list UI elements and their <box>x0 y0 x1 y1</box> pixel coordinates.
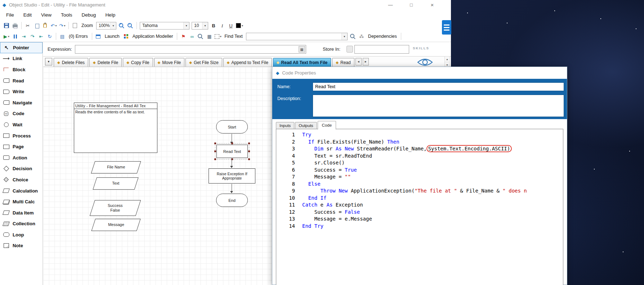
reset-button[interactable]: ↻ <box>46 32 54 40</box>
copy-button[interactable] <box>32 22 40 30</box>
page-tab-move-file[interactable]: ◆Move File <box>154 58 185 67</box>
errors-page-icon[interactable]: ▤ <box>58 32 66 40</box>
properties-tab-outputs[interactable]: Outputs <box>295 122 317 129</box>
expression-input[interactable]: ▦ <box>75 45 306 54</box>
tool-choice[interactable]: Choice <box>0 174 43 185</box>
selection-handle[interactable] <box>214 158 216 160</box>
tab-scroll-left-button[interactable]: ◄ <box>355 58 362 65</box>
chevron-down-icon[interactable]: ▾ <box>341 33 347 40</box>
selection-handle[interactable] <box>214 142 216 144</box>
cut-button[interactable]: ✂ <box>24 22 32 30</box>
find-next-icon[interactable] <box>349 32 357 40</box>
font-select[interactable]: Tahoma▾ <box>140 22 189 30</box>
data-item-text[interactable]: Text <box>93 177 138 190</box>
page-tab-append-to-text-file[interactable]: ◆Append to Text File <box>223 58 272 67</box>
properties-tab-code[interactable]: Code <box>318 121 336 130</box>
chevron-down-icon[interactable]: ▾ <box>64 24 65 27</box>
properties-tab-inputs[interactable]: Inputs <box>276 122 294 129</box>
play-button[interactable]: ▶▾ <box>3 32 10 40</box>
tool-link[interactable]: Link <box>0 53 43 64</box>
expression-editor-button[interactable]: ▦ <box>299 46 305 53</box>
chevron-down-icon[interactable]: ▾ <box>220 35 222 38</box>
paste-button[interactable] <box>41 22 49 30</box>
undo-button[interactable]: ↶▾ <box>50 22 58 30</box>
store-in-input[interactable] <box>354 45 409 54</box>
page-tab-copy-file[interactable]: ◆Copy File <box>123 58 153 67</box>
menu-help[interactable]: Help <box>100 9 120 20</box>
tool-code[interactable]: Code <box>0 108 43 119</box>
scroll-up-icon[interactable]: ▲ <box>445 56 450 62</box>
data-item-message[interactable]: Message <box>91 219 140 231</box>
description-input[interactable] <box>313 95 564 117</box>
watch-icon[interactable]: ∞ <box>188 32 196 40</box>
selection-handle[interactable] <box>248 150 250 152</box>
start-stage[interactable]: Start <box>216 120 248 134</box>
tab-list-dropdown-button[interactable]: ▾ <box>45 58 52 65</box>
tool-pointer[interactable]: Pointer <box>0 42 43 53</box>
menu-file[interactable]: File <box>1 9 19 20</box>
tool-page[interactable]: Page <box>0 141 43 152</box>
search-icon[interactable] <box>197 32 205 40</box>
chevron-down-icon[interactable]: ▾ <box>183 22 189 29</box>
name-input[interactable] <box>313 82 564 91</box>
end-stage[interactable]: End <box>216 194 248 207</box>
tool-collection[interactable]: Collection <box>0 218 43 230</box>
page-setup-button[interactable] <box>71 22 79 30</box>
italic-button[interactable]: I <box>218 22 226 30</box>
page-tab-delete-files[interactable]: ◆Delete Files <box>54 58 88 67</box>
selection-handle[interactable] <box>231 142 233 144</box>
chevron-down-icon[interactable]: ▾ <box>242 24 243 27</box>
data-item-success[interactable]: Success False <box>90 200 141 216</box>
code-editor[interactable]: 1Try2 If File.Exists(File_Name) Then3 Di… <box>276 129 563 285</box>
tool-block[interactable]: Block <box>0 64 43 75</box>
page-tab-get-file-size[interactable]: ◆Get File Size <box>185 58 222 67</box>
pause-button[interactable] <box>11 32 19 40</box>
font-size-select[interactable]: 10▾ <box>192 22 208 30</box>
breakpoint-flag-icon[interactable]: ⚑ <box>179 32 187 40</box>
chevron-down-icon[interactable]: ▾ <box>202 22 208 29</box>
tool-process[interactable]: Process <box>0 130 43 141</box>
step-over-button[interactable]: ↷ <box>28 32 36 40</box>
close-button[interactable]: × <box>424 0 440 9</box>
menu-view[interactable]: View <box>36 9 56 20</box>
chevron-down-icon[interactable]: ▾ <box>110 22 116 29</box>
raise-exception-stage[interactable]: Raise Exception If Appropriate <box>209 168 255 184</box>
tool-navigate[interactable]: Navigate <box>0 97 43 108</box>
selection-handle[interactable] <box>248 158 250 160</box>
launch-window-icon[interactable] <box>94 32 102 40</box>
font-color-button[interactable]: ▾ <box>236 22 243 30</box>
zoom-select[interactable]: 100%▾ <box>96 22 116 30</box>
grid-icon[interactable]: ▦ <box>205 32 213 40</box>
find-text-combo[interactable]: ▾ <box>246 33 348 40</box>
print-button[interactable] <box>11 22 19 30</box>
maximize-button[interactable]: □ <box>403 0 419 9</box>
chevron-down-icon[interactable]: ▾ <box>55 24 57 27</box>
application-modeller-icon[interactable] <box>122 32 130 40</box>
zoom-out-button[interactable] <box>126 22 134 30</box>
tool-multi-calc[interactable]: Multi Calc <box>0 196 43 207</box>
minimize-button[interactable]: — <box>383 0 398 9</box>
zoom-in-button[interactable] <box>118 22 126 30</box>
bold-button[interactable]: B <box>210 22 218 30</box>
menu-debug[interactable]: Debug <box>77 9 101 20</box>
step-in-button[interactable]: ⇥ <box>20 32 28 40</box>
selection-mode-icon[interactable]: ▾ <box>214 32 222 40</box>
skills-menu-button[interactable] <box>442 20 451 35</box>
page-tab-delete-file[interactable]: ◆Delete File <box>89 58 122 67</box>
dependencies-icon[interactable]: ⁂ <box>358 32 366 40</box>
menu-edit[interactable]: Edit <box>19 9 36 20</box>
selection-handle[interactable] <box>248 142 250 144</box>
save-button[interactable] <box>3 22 10 30</box>
page-tab-read-all-text-from-file[interactable]: ◆Read All Text from File <box>273 58 331 67</box>
page-tab-read[interactable]: ◆Read <box>332 58 354 67</box>
tool-data-item[interactable]: Data Item <box>0 207 43 218</box>
data-item-file-name[interactable]: File Name <box>91 161 141 173</box>
tool-write[interactable]: Write <box>0 86 43 97</box>
step-out-button[interactable]: ⇤ <box>37 32 45 40</box>
tool-note[interactable]: Note <box>0 240 43 252</box>
redo-button[interactable]: ↷▾ <box>58 22 66 30</box>
tab-scroll-right-button[interactable]: ► <box>363 58 369 65</box>
tool-decision[interactable]: Decision <box>0 163 43 175</box>
selection-handle[interactable] <box>214 150 216 152</box>
chevron-down-icon[interactable]: ▾ <box>8 35 9 38</box>
